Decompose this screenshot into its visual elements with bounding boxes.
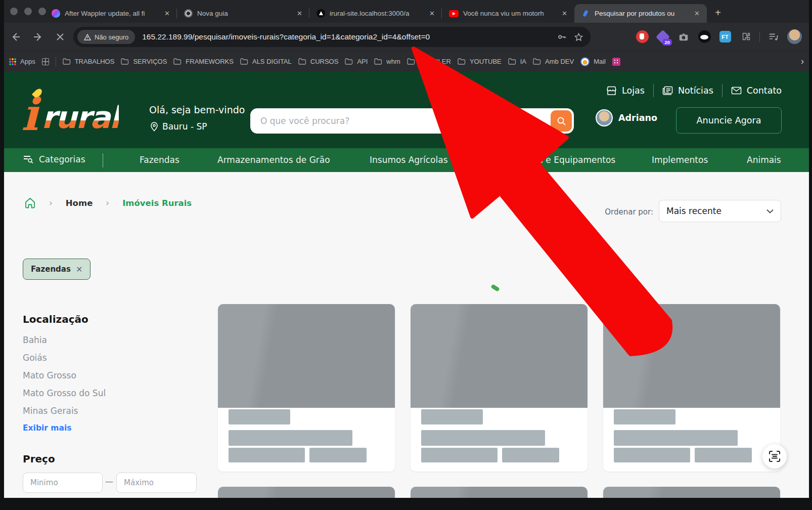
search-button[interactable] [551,110,572,132]
location-option-mato-grosso-do-sul[interactable]: Mato Grosso do Sul [23,388,106,398]
mail-icon [580,57,590,66]
search-input[interactable] [250,108,574,134]
bookmark-pink-site[interactable] [612,58,620,66]
purple-extension-icon[interactable]: 20 [656,30,670,44]
card-image-placeholder [218,304,395,408]
lojas-link[interactable]: Lojas [606,86,645,96]
noticias-link[interactable]: Notícias [662,86,713,96]
irural-logo[interactable]: i rural rural [21,85,138,141]
ft-extension-icon[interactable]: FT [718,30,732,44]
nav-item-implementos[interactable]: Implementos [652,155,708,165]
folder-icon [458,58,466,65]
browser-tab-wappler[interactable]: After Wappler update, all fi ✕ [44,4,177,23]
bookmark-folder-api[interactable]: API [345,58,368,65]
extensions-row: 20 FT [635,29,802,44]
close-window-button[interactable] [10,8,18,15]
macos-traffic-lights[interactable] [10,8,46,15]
bookmark-folder-ia[interactable]: IA [508,58,526,65]
price-min-input[interactable] [23,473,103,493]
tabs-row: After Wappler update, all fi ✕ Nova guia… [44,0,725,23]
back-button[interactable] [8,29,23,45]
folder-icon [508,58,516,65]
browser-tab-active-search[interactable]: Pesquisar por produtos ou ✕ [574,4,707,23]
listing-card-skeleton[interactable] [603,304,780,472]
bookmark-folder-als-digital[interactable]: ALS DIGITAL [240,58,292,65]
site-search-bar[interactable] [250,108,574,134]
bookmark-folder-whm[interactable]: whm [374,58,400,65]
tab-close-icon[interactable]: ✕ [692,10,702,17]
price-max-input[interactable] [116,473,197,493]
bookmark-label: Mail [594,58,606,65]
tab-title: After Wappler update, all fi [65,10,158,17]
tab-close-icon[interactable]: ✕ [162,10,172,17]
bookmark-mail[interactable]: Mail [580,57,606,66]
bookmark-folder-wappler[interactable]: WAPPLER [407,58,451,65]
url-text[interactable]: 165.22.189.99/pesquisar/imoveis-rurais?c… [142,32,550,41]
camera-extension-icon[interactable] [676,30,691,44]
user-location[interactable]: Bauru - SP [150,121,207,132]
nav-item-fazendas[interactable]: Fazendas [140,155,179,165]
location-option-minas-gerais[interactable]: Minas Gerais [23,406,78,416]
listing-card-skeleton-partial [411,487,588,498]
browser-tab-new[interactable]: Nova guia ✕ [177,4,309,23]
card-image-placeholder [603,487,780,498]
nav-label: Categorias [39,154,85,164]
sort-select[interactable]: Mais recente [659,200,781,222]
tab-close-icon[interactable]: ✕ [427,10,437,17]
bookmark-folder-trabalhos[interactable]: TRABALHOS [63,58,115,65]
browser-tab-youtube[interactable]: Você nunca viu um motorh ✕ [442,4,574,23]
listing-card-skeleton[interactable] [411,304,588,472]
location-pin-icon [150,122,158,132]
new-tab-button[interactable]: + [711,6,725,20]
bookmark-folder-frameworks[interactable]: FRAMEWORKS [173,58,234,65]
browser-profile-avatar[interactable] [787,29,802,44]
security-chip[interactable]: Não seguro [77,30,135,44]
reading-list-icon[interactable] [766,30,781,44]
home-icon[interactable] [24,197,36,208]
location-option-mato-grosso[interactable]: Mato Grosso [23,370,76,380]
bookmark-folder-servicos[interactable]: SERVIÇOS [121,58,167,65]
tab-close-icon[interactable]: ✕ [560,10,569,17]
tab-close-icon[interactable]: ✕ [295,10,304,17]
chip-remove-icon[interactable]: ✕ [76,265,82,274]
filter-chip-fazendas[interactable]: Fazendas ✕ [23,259,91,280]
listing-card-skeleton[interactable] [218,304,395,472]
nav-item-armazenamentos[interactable]: Armazenamentos de Grão [217,155,330,165]
stop-loading-button[interactable] [53,29,68,45]
user-account[interactable]: Adriano [596,109,657,126]
sort-value: Mais recente [666,206,721,216]
scan-floating-button[interactable] [762,444,787,469]
anuncie-agora-button[interactable]: Anuncie Agora [676,107,782,134]
nav-item-equipamentos[interactable]: tas e Equipamentos [530,155,615,165]
location-text: Bauru - SP [162,121,207,132]
categorias-menu[interactable]: Categorias [23,154,85,164]
show-more-link[interactable]: Exibir mais [23,423,72,433]
location-option-goias[interactable]: Goiás [23,353,47,363]
adblock-extension-icon[interactable] [635,30,649,44]
forward-button[interactable] [30,29,46,45]
nav-item-insumos[interactable]: Insumos Agrícolas [370,155,448,165]
bookmark-label: API [357,58,368,65]
youtube-favicon-icon [449,10,459,17]
nav-item-animais[interactable]: Animais [747,155,781,165]
contato-link[interactable]: Contato [731,86,782,96]
breadcrumb-home[interactable]: Home [66,198,93,208]
bookmark-folder-cursos[interactable]: CURSOS [298,58,339,65]
browser-tab-localhost[interactable]: irural-site.localhost:3000/a ✕ [309,4,442,23]
wappler-favicon-icon [52,9,60,18]
card-image-placeholder [411,487,588,498]
bookmarks-overflow-chevron[interactable]: › [801,56,804,67]
location-option-bahia[interactable]: Bahia [23,335,47,345]
bookmark-folder-amb-dev[interactable]: Amb DEV [533,58,574,65]
password-key-icon[interactable] [557,32,567,42]
bookmark-star-icon[interactable] [574,32,583,42]
bookmark-apps[interactable]: Apps [9,58,35,65]
categories-filter-icon [23,154,34,164]
address-bar[interactable]: Não seguro 165.22.189.99/pesquisar/imove… [73,27,591,47]
bookmark-grid-shortcut[interactable] [42,58,49,65]
bookmark-folder-youtube[interactable]: YOUTUBE [458,58,502,65]
minimize-window-button[interactable] [24,8,32,15]
breadcrumb-chevron-icon: › [106,198,109,208]
dark-oval-extension-icon[interactable] [697,30,711,44]
extensions-puzzle-icon[interactable] [739,30,753,44]
